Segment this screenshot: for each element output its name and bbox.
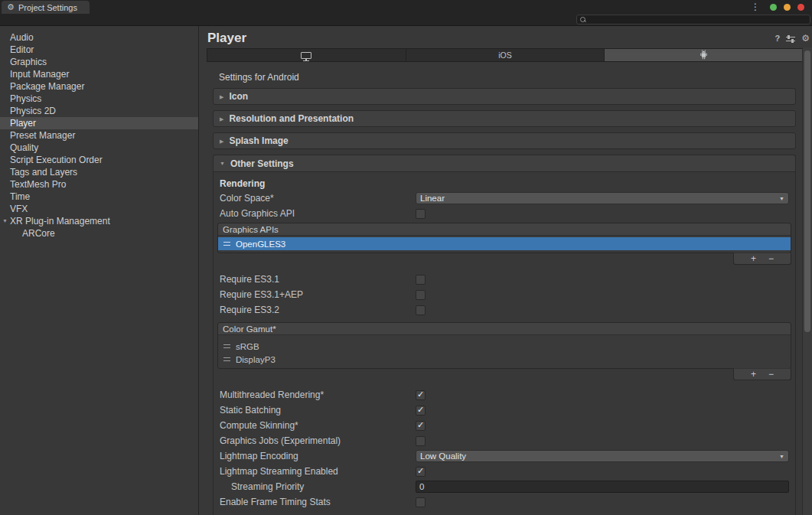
row-require-es32: Require ES3.2 [220, 302, 789, 318]
lightmap-encoding-dropdown[interactable]: Low Quality ▼ [416, 450, 789, 462]
section-other-settings-header[interactable]: ▼ Other Settings [214, 155, 795, 172]
platform-tab-bar: iOS [207, 48, 804, 62]
color-gamut-list-body: sRGB DisplayP3 [218, 335, 791, 368]
color-gamut-list-header: Color Gamut* [218, 323, 791, 335]
row-graphics-jobs: Graphics Jobs (Experimental) [220, 433, 789, 448]
presets-icon[interactable] [786, 34, 795, 42]
sidebar-item-physics[interactable]: Physics [0, 93, 198, 105]
color-gamut-list: Color Gamut* sRGB DisplayP3 [217, 322, 791, 369]
auto-graphics-api-checkbox[interactable] [416, 209, 426, 219]
section-splash-label: Splash Image [229, 135, 288, 146]
section-resolution-label: Resolution and Presentation [229, 113, 354, 124]
row-require-es31: Require ES3.1 [220, 272, 789, 287]
streaming-priority-input[interactable] [416, 481, 789, 493]
tab-ios[interactable]: iOS [406, 49, 605, 61]
section-other-settings: ▼ Other Settings Rendering Color Space* … [213, 155, 796, 515]
sidebar-item-textmesh-pro[interactable]: TextMesh Pro [0, 178, 198, 191]
scrollbar-thumb[interactable] [804, 51, 810, 332]
graphics-jobs-label: Graphics Jobs (Experimental) [220, 435, 416, 446]
sidebar-item-preset-manager[interactable]: Preset Manager [0, 129, 198, 142]
drag-handle-icon[interactable] [223, 242, 230, 246]
scrollbar[interactable] [802, 47, 812, 515]
section-splash-image[interactable]: ▶ Splash Image [213, 132, 796, 149]
remove-button[interactable]: − [768, 370, 774, 379]
sidebar-item-vfx[interactable]: VFX [0, 203, 198, 215]
list-add-remove-box: + − [733, 368, 791, 380]
foldout-collapsed-icon: ▶ [220, 139, 223, 144]
window-titlebar: ⚙ Project Settings ⋮ [0, 0, 812, 14]
list-item-opengles3[interactable]: OpenGLES3 [218, 237, 791, 250]
require-es32-checkbox[interactable] [416, 305, 426, 315]
sidebar-item-time[interactable]: Time [0, 191, 198, 203]
remove-button[interactable]: − [768, 254, 774, 263]
compute-skinning-checkbox[interactable] [416, 421, 426, 431]
section-resolution-and-presentation[interactable]: ▶ Resolution and Presentation [213, 110, 796, 127]
foldout-expanded-icon[interactable]: ▼ [0, 215, 10, 227]
tab-ios-label: iOS [498, 51, 512, 60]
sidebar-item-label: XR Plug-in Management [10, 215, 110, 227]
sidebar-item-quality[interactable]: Quality [0, 142, 198, 154]
sidebar-item-graphics[interactable]: Graphics [0, 56, 198, 68]
traffic-light-yellow[interactable] [784, 4, 791, 11]
header-icons: ? ⚙ [775, 34, 810, 43]
settings-gear-icon: ⚙ [7, 3, 15, 11]
traffic-light-green[interactable] [770, 4, 777, 11]
multithreaded-rendering-checkbox[interactable] [416, 390, 426, 400]
row-lightmap-streaming: Lightmap Streaming Enabled [220, 464, 789, 479]
require-es32-label: Require ES3.2 [220, 305, 416, 315]
section-icon[interactable]: ▶ Icon [213, 88, 796, 105]
search-field[interactable] [576, 15, 810, 24]
require-es31aep-label: Require ES3.1+AEP [220, 289, 416, 300]
row-multithreaded-rendering: Multithreaded Rendering* [220, 387, 789, 403]
sidebar-item-audio[interactable]: Audio [0, 31, 198, 44]
static-batching-checkbox[interactable] [416, 406, 426, 416]
sidebar-item-editor[interactable]: Editor [0, 44, 198, 56]
require-es31-checkbox[interactable] [416, 275, 426, 285]
require-es31aep-checkbox[interactable] [416, 290, 426, 300]
main-header: Player ? ⚙ [200, 26, 812, 48]
list-item-displayp3[interactable]: DisplayP3 [218, 353, 791, 366]
traffic-light-red[interactable] [797, 4, 804, 11]
lightmap-encoding-value: Low Quality [420, 451, 466, 461]
row-auto-graphics-api: Auto Graphics API [220, 206, 789, 221]
search-bar [0, 14, 812, 26]
tab-standalone[interactable] [207, 49, 406, 61]
window-tab-project-settings[interactable]: ⚙ Project Settings [2, 1, 90, 14]
frame-timing-stats-checkbox[interactable] [416, 497, 426, 507]
drag-handle-icon[interactable] [223, 357, 230, 361]
settings-main-panel: Player ? ⚙ iOS [200, 26, 812, 515]
sidebar-item-input-manager[interactable]: Input Manager [0, 68, 198, 80]
search-input[interactable] [588, 15, 810, 24]
gear-icon[interactable]: ⚙ [801, 34, 810, 43]
help-icon[interactable]: ? [775, 34, 781, 43]
list-item-label: sRGB [236, 342, 259, 351]
add-button[interactable]: + [751, 370, 756, 379]
color-space-dropdown[interactable]: Linear ▼ [416, 192, 789, 204]
sidebar-item-script-execution-order[interactable]: Script Execution Order [0, 154, 198, 166]
sidebar-item-player[interactable]: Player [0, 117, 198, 129]
lightmap-streaming-checkbox[interactable] [416, 467, 426, 477]
page-title: Player [207, 31, 246, 46]
list-item-label: OpenGLES3 [236, 240, 285, 249]
graphics-jobs-checkbox[interactable] [416, 436, 426, 446]
row-color-space: Color Space* Linear ▼ [220, 191, 789, 206]
sidebar-item-xr-plugin-management[interactable]: ▼ XR Plug-in Management [0, 215, 198, 227]
graphics-apis-list-footer: + − [220, 253, 789, 266]
compute-skinning-label: Compute Skinning* [220, 420, 416, 431]
sidebar-item-arcore[interactable]: ARCore [0, 227, 198, 240]
list-item-srgb[interactable]: sRGB [218, 340, 791, 353]
multithreaded-rendering-label: Multithreaded Rendering* [220, 390, 416, 400]
graphics-apis-list: Graphics APIs OpenGLES3 [217, 223, 791, 253]
sidebar-item-physics-2d[interactable]: Physics 2D [0, 105, 198, 117]
drag-handle-icon[interactable] [223, 344, 230, 348]
sidebar-item-tags-and-layers[interactable]: Tags and Layers [0, 166, 198, 178]
frame-timing-stats-label: Enable Frame Timing Stats [220, 497, 416, 507]
tab-android[interactable] [605, 49, 803, 61]
sidebar-item-package-manager[interactable]: Package Manager [0, 80, 198, 93]
overflow-menu-icon[interactable]: ⋮ [751, 2, 760, 11]
row-require-es31aep: Require ES3.1+AEP [220, 287, 789, 302]
lightmap-encoding-label: Lightmap Encoding [220, 451, 416, 461]
add-button[interactable]: + [751, 254, 756, 263]
auto-graphics-api-label: Auto Graphics API [220, 208, 416, 219]
section-icon-label: Icon [229, 91, 248, 102]
